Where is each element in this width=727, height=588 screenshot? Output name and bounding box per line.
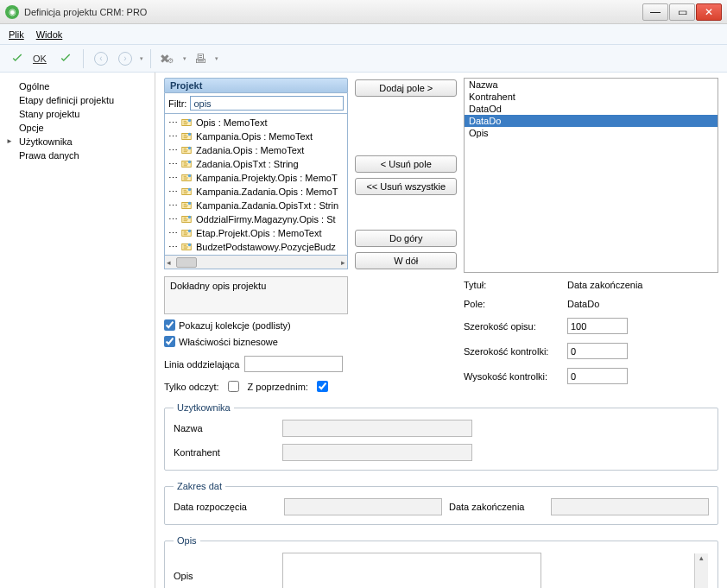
move-up-button[interactable]: Do góry — [355, 230, 457, 247]
tree-item-label: Zadania.OpisTxt : String — [196, 159, 299, 169]
readonly-checkbox[interactable] — [228, 381, 239, 392]
close-button[interactable]: ✕ — [696, 3, 722, 21]
apply-button[interactable] — [55, 48, 76, 69]
remove-field-button[interactable]: < Usuń pole — [355, 155, 457, 173]
tree-item-label: Etap.Projekt.Opis : MemoText — [196, 228, 322, 238]
list-item[interactable]: Nazwa — [465, 79, 718, 91]
readonly-label: Tylko odczyt: — [164, 382, 219, 392]
sidebar-item-opcje[interactable]: Opcje — [0, 121, 155, 135]
title-label: Tytuł: — [464, 280, 567, 290]
nav-dropdown[interactable]: ▾ — [140, 55, 143, 62]
group-uzytkownika-legend: Uzytkownika — [174, 402, 234, 413]
svg-point-1 — [188, 119, 192, 123]
group-zakres-dat: Zakres dat Data rozpoczęcia Data zakończ… — [164, 481, 718, 525]
menu-plik[interactable]: Plik — [9, 29, 24, 40]
maximize-button[interactable]: ▭ — [669, 3, 695, 21]
field-icon — [180, 173, 193, 183]
data-to-field[interactable] — [551, 498, 709, 515]
sidebar: Ogólne Etapy definicji projektu Stany pr… — [0, 73, 155, 588]
svg-point-19 — [188, 243, 192, 247]
remove-all-button[interactable]: << Usuń wszystkie — [355, 178, 457, 195]
field-icon — [180, 145, 193, 155]
tree-h-scrollbar[interactable]: ◂▸ — [164, 256, 348, 269]
move-down-button[interactable]: W dół — [355, 252, 457, 269]
tree-item[interactable]: ⋯Kampania.Zadania.Opis : MemoT — [165, 185, 347, 199]
list-item[interactable]: DataOd — [465, 103, 718, 115]
sidebar-item-uzytkownika[interactable]: Użytkownika — [0, 135, 155, 149]
kontrahent-field[interactable] — [282, 444, 472, 461]
opis-label: Opis — [174, 571, 277, 581]
nazwa-field[interactable] — [282, 420, 472, 437]
window-title: Definicja projektu CRM: PRO — [24, 7, 642, 17]
field-icon — [180, 159, 193, 169]
sidebar-item-ogolne[interactable]: Ogólne — [0, 79, 155, 93]
field-icon — [180, 242, 193, 252]
tree-item-label: OddzialFirmy.Magazyny.Opis : St — [196, 214, 336, 224]
print-button[interactable]: 🖶 — [190, 48, 211, 69]
data-from-field[interactable] — [284, 498, 442, 515]
tree-branch-icon: ⋯ — [168, 200, 177, 212]
add-field-button[interactable]: Dodaj pole > — [355, 79, 457, 97]
tree-branch-icon: ⋯ — [168, 187, 177, 198]
forward-button[interactable]: › — [115, 48, 136, 69]
list-item[interactable]: Opis — [465, 127, 718, 139]
tree-item[interactable]: ⋯Opis : MemoText — [165, 116, 347, 130]
ctrl-height-input[interactable] — [567, 368, 628, 384]
back-button[interactable]: ‹ — [91, 48, 111, 69]
desc-width-input[interactable] — [567, 318, 628, 334]
selected-fields-list[interactable]: NazwaKontrahentDataOdDataDoOpis — [464, 78, 718, 273]
show-collections-checkbox[interactable] — [164, 319, 175, 331]
field-description: Dokładny opis projektu — [164, 276, 348, 314]
ok-button[interactable] — [7, 48, 28, 69]
tree-item[interactable]: ⋯Kampania.Projekty.Opis : MemoT — [165, 171, 347, 185]
nazwa-label: Nazwa — [174, 423, 277, 433]
ok-label[interactable]: OK — [33, 54, 52, 64]
tree-item[interactable]: ⋯Etap.Projekt.Opis : MemoText — [165, 226, 347, 240]
list-item[interactable]: DataDo — [465, 115, 718, 127]
sidebar-item-label: Etapy definicji projektu — [19, 95, 114, 105]
kontrahent-label: Kontrahent — [174, 447, 277, 458]
list-item[interactable]: Kontrahent — [465, 91, 718, 103]
tree-item[interactable]: ⋯Kampania.Zadania.OpisTxt : Strin — [165, 199, 347, 212]
tree-item[interactable]: ⋯Kampania.Opis : MemoText — [165, 130, 347, 143]
tools-button[interactable]: ✖⚙ — [158, 48, 179, 69]
field-label: Pole: — [464, 299, 567, 309]
print-dropdown[interactable]: ▾ — [215, 55, 218, 62]
filter-label: Filtr: — [168, 98, 186, 109]
tools-dropdown[interactable]: ▾ — [183, 55, 186, 62]
tree-item[interactable]: ⋯OddzialFirmy.Magazyny.Opis : St — [165, 212, 347, 226]
opis-textarea[interactable] — [282, 553, 541, 588]
fields-tree[interactable]: ⋯Opis : MemoText⋯Kampania.Opis : MemoTex… — [164, 114, 348, 256]
menu-widok[interactable]: Widok — [36, 29, 63, 40]
with-prev-label: Z poprzednim: — [248, 382, 308, 392]
menu-bar: Plik Widok — [0, 24, 727, 45]
tree-branch-icon: ⋯ — [168, 159, 177, 170]
tree-branch-icon: ⋯ — [168, 214, 177, 225]
svg-point-13 — [188, 202, 192, 205]
ctrl-width-input[interactable] — [567, 343, 628, 359]
opis-scrollbar[interactable]: ▴▾ — [694, 553, 708, 588]
with-prev-checkbox[interactable] — [317, 381, 328, 392]
separator-line-input[interactable] — [244, 356, 343, 372]
minimize-button[interactable]: — — [642, 3, 668, 21]
desc-width-label: Szerokość opisu: — [464, 321, 567, 332]
filter-input[interactable] — [190, 96, 344, 111]
separator — [83, 49, 84, 68]
business-props-checkbox[interactable] — [164, 336, 175, 347]
svg-point-11 — [188, 188, 192, 192]
sidebar-item-stany[interactable]: Stany projektu — [0, 107, 155, 121]
tree-branch-icon: ⋯ — [168, 228, 177, 239]
field-icon — [180, 200, 193, 211]
tree-branch-icon: ⋯ — [168, 242, 177, 253]
sidebar-item-etapy[interactable]: Etapy definicji projektu — [0, 93, 155, 107]
sidebar-item-prawa[interactable]: Prawa danych — [0, 149, 155, 162]
sidebar-item-label: Stany projektu — [19, 109, 79, 119]
show-collections-label: Pokazuj kolekcje (podlisty) — [179, 320, 291, 331]
tree-item[interactable]: ⋯Zadania.Opis : MemoText — [165, 143, 347, 157]
field-value: DataDo — [567, 299, 718, 309]
tree-item[interactable]: ⋯Zadania.OpisTxt : String — [165, 157, 347, 171]
svg-point-17 — [188, 230, 192, 233]
field-icon — [180, 228, 193, 238]
tree-item[interactable]: ⋯BudzetPodstawowy.PozycjeBudz — [165, 240, 347, 254]
tree-item-label: Kampania.Projekty.Opis : MemoT — [196, 173, 338, 183]
